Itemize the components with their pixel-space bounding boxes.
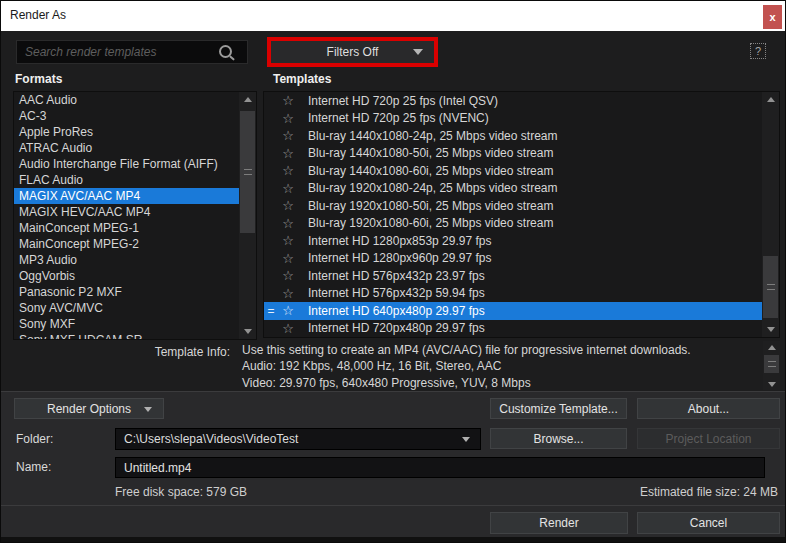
templates-list[interactable]: = ☆ Internet HD 720p 25 fps (Intel QSV) …	[264, 92, 762, 337]
format-label: Sony MXF HDCAM SR	[19, 333, 142, 339]
template-label: Internet HD 576px432p 23.97 fps	[308, 269, 485, 283]
templates-scrollbar[interactable]	[762, 92, 779, 337]
format-list-item[interactable]: ATRAC Audio	[14, 140, 239, 156]
about-button[interactable]: About...	[637, 398, 780, 419]
favorite-star-icon[interactable]: ☆	[278, 146, 298, 161]
format-label: MAGIX AVC/AAC MP4	[19, 189, 140, 203]
format-list-item[interactable]: MAGIX HEVC/AAC MP4	[14, 204, 239, 220]
filters-dropdown-button[interactable]: Filters Off	[271, 41, 434, 63]
formats-scrollbar[interactable]	[239, 92, 256, 339]
customize-template-button[interactable]: Customize Template...	[490, 398, 627, 419]
formats-listbox: AAC Audio AC-3 Apple ProRes ATRAC Audio …	[13, 91, 257, 340]
scroll-down-arrow[interactable]	[239, 324, 256, 339]
templates-header: Templates	[273, 72, 331, 86]
info-scrollbar-thumb[interactable]	[764, 355, 779, 373]
favorite-star-icon[interactable]: ☆	[278, 163, 298, 178]
format-list-item[interactable]: OggVorbis	[14, 268, 239, 284]
format-list-item[interactable]: Sony MXF	[14, 316, 239, 332]
template-list-item[interactable]: = ☆ Blu-ray 1440x1080-24p, 25 Mbps video…	[264, 127, 762, 145]
render-options-button[interactable]: Render Options	[14, 398, 164, 419]
format-list-item[interactable]: FLAC Audio	[14, 172, 239, 188]
triangle-up-icon	[768, 345, 776, 350]
folder-combobox[interactable]: C:\Users\slepa\Videos\VideoTest	[115, 428, 481, 450]
template-list-item[interactable]: = ☆ Blu-ray 1920x1080-24p, 25 Mbps video…	[264, 180, 762, 198]
format-list-item[interactable]: Audio Interchange File Format (AIFF)	[14, 156, 239, 172]
template-list-item[interactable]: = ☆ Blu-ray 1440x1080-50i, 25 Mbps video…	[264, 145, 762, 163]
template-label: Blu-ray 1440x1080-24p, 25 Mbps video str…	[308, 129, 557, 143]
triangle-up-icon	[767, 97, 775, 102]
scroll-up-arrow[interactable]	[763, 341, 780, 353]
search-input[interactable]	[17, 41, 247, 63]
format-list-item[interactable]: Sony AVC/MVC	[14, 300, 239, 316]
favorite-star-icon[interactable]: ☆	[278, 111, 298, 126]
triangle-down-icon	[767, 327, 775, 332]
format-label: FLAC Audio	[19, 173, 83, 187]
search-icon	[219, 45, 232, 58]
template-list-item[interactable]: = ☆ Internet HD 720p 25 fps (Intel QSV)	[264, 92, 762, 110]
template-list-item[interactable]: = ☆ Internet HD 720px480p 29.97 fps	[264, 320, 762, 338]
close-button[interactable]: x	[763, 5, 782, 29]
favorite-star-icon[interactable]: ☆	[278, 198, 298, 213]
format-list-item[interactable]: Panasonic P2 MXF	[14, 284, 239, 300]
format-list-item[interactable]: MainConcept MPEG-2	[14, 236, 239, 252]
scroll-down-arrow[interactable]	[763, 378, 780, 390]
format-label: AAC Audio	[19, 93, 77, 107]
favorite-star-icon[interactable]: ☆	[278, 251, 298, 266]
favorite-star-icon[interactable]: ☆	[278, 216, 298, 231]
search-box[interactable]	[16, 40, 248, 64]
folder-path-value: C:\Users\slepa\Videos\VideoTest	[124, 432, 298, 446]
scrollbar-grip-icon	[767, 284, 775, 290]
cancel-button[interactable]: Cancel	[637, 512, 780, 534]
format-list-item[interactable]: MainConcept MPEG-1	[14, 220, 239, 236]
favorite-star-icon[interactable]: ☆	[278, 268, 298, 283]
favorite-star-icon[interactable]: ☆	[278, 286, 298, 301]
template-list-item[interactable]: = ☆ Internet HD 640px480p 29.97 fps	[264, 302, 762, 320]
template-label: Internet HD 720p 25 fps (Intel QSV)	[308, 94, 498, 108]
format-label: OggVorbis	[19, 269, 75, 283]
format-label: MainConcept MPEG-2	[19, 237, 139, 251]
format-list-item[interactable]: Sony MXF HDCAM SR	[14, 332, 239, 339]
favorite-star-icon[interactable]: ☆	[278, 233, 298, 248]
template-list-item[interactable]: = ☆ Blu-ray 1440x1080-60i, 25 Mbps video…	[264, 162, 762, 180]
favorite-star-icon[interactable]: ☆	[278, 181, 298, 196]
template-label: Internet HD 720p 25 fps (NVENC)	[308, 111, 489, 125]
favorite-star-icon[interactable]: ☆	[278, 128, 298, 143]
format-label: AC-3	[19, 109, 46, 123]
format-label: MainConcept MPEG-1	[19, 221, 139, 235]
render-button[interactable]: Render	[490, 512, 628, 534]
template-list-item[interactable]: = ☆ Internet HD 720p 25 fps (NVENC)	[264, 110, 762, 128]
format-label: MP3 Audio	[19, 253, 77, 267]
filters-highlight-rectangle: Filters Off	[267, 37, 438, 67]
scroll-up-arrow[interactable]	[239, 92, 256, 107]
chevron-down-icon	[144, 407, 152, 412]
format-list-item[interactable]: Apple ProRes	[14, 124, 239, 140]
template-label: Internet HD 576px432p 59.94 fps	[308, 286, 485, 300]
template-list-item[interactable]: = ☆ Internet HD 576px432p 59.94 fps	[264, 285, 762, 303]
template-list-item[interactable]: = ☆ Blu-ray 1920x1080-60i, 25 Mbps video…	[264, 215, 762, 233]
formats-scrollbar-thumb[interactable]	[240, 111, 255, 233]
name-input[interactable]	[115, 457, 765, 478]
template-list-item[interactable]: = ☆ Blu-ray 1920x1080-50i, 25 Mbps video…	[264, 197, 762, 215]
format-list-item[interactable]: MAGIX AVC/AAC MP4	[14, 188, 239, 204]
name-label: Name:	[16, 460, 51, 474]
formats-list[interactable]: AAC Audio AC-3 Apple ProRes ATRAC Audio …	[14, 92, 239, 339]
favorite-star-icon[interactable]: ☆	[278, 303, 298, 318]
template-list-item[interactable]: = ☆ Internet HD 1280px960p 29.97 fps	[264, 250, 762, 268]
browse-button[interactable]: Browse...	[490, 428, 627, 449]
favorite-star-icon[interactable]: ☆	[278, 321, 298, 336]
format-list-item[interactable]: AAC Audio	[14, 92, 239, 108]
scroll-up-arrow[interactable]	[762, 92, 779, 107]
templates-scrollbar-thumb[interactable]	[763, 256, 778, 318]
help-button[interactable]: ?	[750, 43, 766, 59]
template-list-item[interactable]: = ☆ Internet HD 576px432p 23.97 fps	[264, 267, 762, 285]
format-list-item[interactable]: MP3 Audio	[14, 252, 239, 268]
scrollbar-grip-icon	[768, 361, 776, 367]
template-info-scrollbar[interactable]	[763, 341, 780, 390]
window-title: Render As	[10, 8, 66, 22]
render-options-label: Render Options	[47, 402, 131, 416]
scroll-down-arrow[interactable]	[762, 322, 779, 337]
template-list-item[interactable]: = ☆ Internet HD 1280px853p 29.97 fps	[264, 232, 762, 250]
favorite-star-icon[interactable]: ☆	[278, 93, 298, 108]
format-list-item[interactable]: AC-3	[14, 108, 239, 124]
triangle-up-icon	[244, 97, 252, 102]
